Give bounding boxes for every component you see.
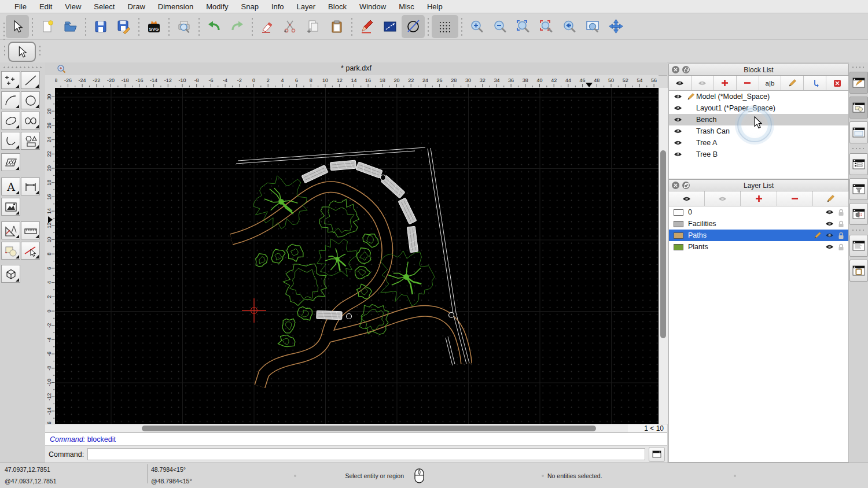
drawing-window-titlebar[interactable]: * park.dxf [45, 62, 667, 76]
draw-pencil-button[interactable] [355, 15, 378, 38]
bench-entity[interactable] [317, 310, 342, 320]
purge-block-button[interactable] [826, 76, 848, 90]
menu-file[interactable]: File [8, 2, 33, 11]
paste-button[interactable] [325, 15, 348, 38]
solid-tool[interactable] [1, 265, 20, 283]
ellipse-tool[interactable] [1, 112, 20, 130]
draw-tools-tool[interactable] [1, 221, 20, 239]
bush-entity[interactable] [256, 254, 267, 267]
add-layer-button[interactable] [741, 191, 777, 206]
menu-info[interactable]: Info [265, 2, 290, 11]
print-preview-button[interactable] [172, 15, 196, 38]
polyline-tool[interactable] [1, 132, 20, 150]
clipboard-widget-button[interactable] [849, 260, 868, 282]
tree-b-entity[interactable] [283, 264, 326, 305]
save-button[interactable] [89, 15, 112, 38]
svg-export-button[interactable]: SVG [142, 15, 165, 38]
redo-button[interactable] [226, 15, 249, 38]
tree-b-entity[interactable] [319, 199, 359, 238]
library-browser-widget-button[interactable] [849, 153, 868, 175]
bench-entity[interactable] [407, 226, 418, 252]
eye-icon[interactable] [674, 128, 682, 134]
menu-snap[interactable]: Snap [235, 2, 265, 11]
lock-icon[interactable] [838, 243, 844, 251]
blocks-tool[interactable] [1, 242, 20, 260]
block-item-tree-b[interactable]: Tree B [669, 149, 848, 160]
bush-entity[interactable] [271, 249, 285, 263]
boundary-line[interactable] [236, 151, 415, 164]
property-editor-widget-button[interactable] [849, 121, 868, 143]
eye-icon[interactable] [825, 232, 834, 238]
layer-item-0[interactable]: 0 [669, 206, 848, 218]
pan-button[interactable] [604, 15, 627, 38]
bench-entity[interactable] [356, 162, 382, 178]
eye-icon[interactable] [825, 244, 834, 250]
show-all-layers-button[interactable] [669, 191, 705, 206]
remove-layer-button[interactable] [777, 191, 813, 206]
zoom-in-button[interactable] [465, 15, 488, 38]
undo-button[interactable] [203, 15, 226, 38]
layer-color-swatch[interactable] [674, 209, 683, 216]
command-input[interactable] [87, 448, 645, 460]
menu-select[interactable]: Select [87, 2, 121, 11]
horizontal-scrollbar-thumb[interactable] [142, 426, 596, 431]
park-path[interactable] [231, 187, 388, 335]
layer-color-swatch[interactable] [674, 221, 683, 227]
add-block-button[interactable] [714, 76, 737, 90]
menu-view[interactable]: View [58, 2, 87, 11]
hide-all-blocks-button[interactable] [692, 76, 714, 90]
bench-entity[interactable] [398, 198, 417, 224]
eye-icon[interactable] [674, 105, 682, 111]
bush-entity[interactable] [356, 248, 371, 264]
eye-icon[interactable] [825, 209, 834, 215]
hatch-tool[interactable] [1, 153, 20, 171]
zoom-window-button[interactable] [581, 15, 604, 38]
line-tool[interactable] [21, 71, 40, 89]
menu-help[interactable]: Help [421, 2, 449, 11]
menu-edit[interactable]: Edit [33, 2, 58, 11]
insert-block-button[interactable] [804, 76, 826, 90]
layer-color-swatch[interactable] [674, 244, 683, 250]
circle-tool[interactable] [21, 91, 40, 109]
hide-all-layers-button[interactable] [705, 191, 741, 206]
bush-entity[interactable] [278, 335, 295, 346]
block-item-model-model-space-[interactable]: Model (*Model_Space) [669, 91, 848, 102]
menu-layer[interactable]: Layer [290, 2, 322, 11]
new-file-button[interactable] [36, 15, 59, 38]
measure-tool[interactable] [21, 221, 40, 239]
trash-can-entity[interactable] [347, 314, 352, 319]
bench-entity[interactable] [301, 165, 328, 183]
menu-block[interactable]: Block [322, 2, 353, 11]
block-list-widget-button[interactable] [849, 72, 868, 94]
copy-button[interactable] [302, 15, 325, 38]
line-tool-button[interactable] [378, 15, 402, 38]
grid-toggle-button[interactable] [432, 15, 458, 38]
arc-tool[interactable] [1, 91, 20, 109]
current-action-select-button[interactable] [8, 42, 36, 62]
layer-item-facilities[interactable]: Facilities [669, 218, 848, 230]
remove-block-button[interactable] [737, 76, 759, 90]
lock-icon[interactable] [838, 232, 844, 239]
dimension-tool[interactable] [21, 178, 40, 195]
show-all-blocks-button[interactable] [669, 76, 692, 90]
selection-filter-widget-button[interactable] [849, 178, 868, 200]
zoom-previous-button[interactable] [558, 15, 581, 38]
select-arrow-button[interactable] [6, 15, 29, 38]
palette-handle[interactable] [2, 66, 43, 69]
cut-button[interactable] [279, 15, 302, 38]
eye-icon[interactable] [674, 94, 682, 99]
menu-misc[interactable]: Misc [392, 2, 421, 11]
eye-icon[interactable] [674, 117, 682, 123]
float-icon[interactable] [682, 66, 690, 73]
eye-icon[interactable] [674, 151, 682, 157]
view-widget-button[interactable] [849, 203, 868, 225]
layer-item-paths[interactable]: Paths [669, 230, 848, 241]
trash-can-entity[interactable] [381, 175, 386, 180]
eye-icon[interactable] [674, 140, 682, 146]
menu-dimension[interactable]: Dimension [152, 2, 200, 11]
bush-entity[interactable] [282, 319, 295, 333]
circle-tool-button[interactable] [402, 15, 425, 38]
bush-entity[interactable] [286, 245, 303, 262]
zoom-selection-button[interactable] [535, 15, 558, 38]
edit-block-button[interactable] [781, 76, 804, 90]
